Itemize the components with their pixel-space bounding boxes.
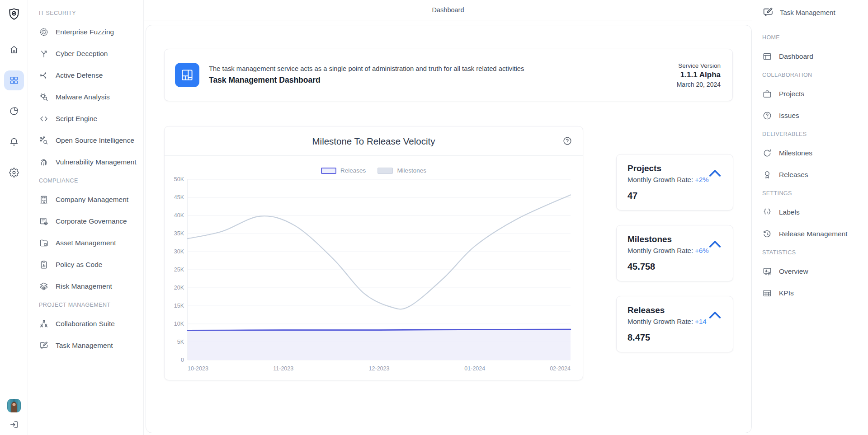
rail-item-analytics pie-icon[interactable] — [4, 101, 24, 121]
stat-growth-rate: Monthly Growth Rate: +2% — [627, 176, 722, 183]
chart-legend: ReleasesMilestones — [165, 167, 583, 174]
table-icon — [762, 288, 772, 298]
rail-item-home home-icon[interactable] — [4, 40, 24, 60]
svg-text:12-2023: 12-2023 — [369, 365, 390, 372]
legend-item-releases[interactable]: Releases — [321, 167, 366, 174]
briefcase-icon — [762, 89, 772, 99]
network-scan-icon — [39, 136, 49, 145]
sidebar-item-task-management[interactable]: Task Management — [39, 339, 143, 352]
right-sidebar-item-label: Labels — [779, 208, 800, 216]
sidebar-item-enterprise-fuzzing[interactable]: Enterprise Fuzzing — [39, 26, 143, 38]
sidebar-item-company-management[interactable]: Company Management — [39, 193, 143, 206]
svg-text:01-2024: 01-2024 — [464, 365, 485, 372]
right-sidebar-section-title: DELIVERABLES — [762, 131, 864, 137]
stat-growth-label: Monthly Growth Rate: — [627, 176, 693, 183]
building-icon — [39, 195, 49, 205]
sidebar-item-label: Corporate Governance — [56, 217, 127, 225]
svg-text:11-2023: 11-2023 — [273, 365, 293, 372]
sidebar-item-active-defense[interactable]: Active Defense — [39, 69, 143, 82]
sidebar-section-title: COMPLIANCE — [39, 178, 143, 184]
svg-text:25K: 25K — [174, 267, 184, 273]
sidebar-section: IT SECURITYEnterprise FuzzingCyber Decep… — [39, 10, 143, 168]
svg-text:45K: 45K — [174, 194, 184, 201]
right-sidebar-item-label: Issues — [779, 112, 799, 120]
svg-text:15K: 15K — [174, 303, 184, 309]
stat-growth-rate: Monthly Growth Rate: +6% — [627, 247, 722, 254]
right-sidebar-item-label: Projects — [779, 90, 804, 98]
branch-icon — [39, 49, 49, 59]
chevron-up-icon[interactable] — [708, 169, 722, 177]
stat-title: Releases — [627, 305, 722, 315]
svg-text:20K: 20K — [174, 285, 184, 291]
legend-swatch — [321, 168, 336, 174]
right-sidebar-item-projects[interactable]: Projects — [762, 88, 864, 100]
right-sidebar-item-overview[interactable]: Overview — [762, 265, 864, 278]
svg-text:10K: 10K — [174, 321, 184, 327]
svg-text:40K: 40K — [174, 212, 184, 219]
right-sidebar-item-label: Overview — [779, 267, 808, 276]
legend-label: Releases — [340, 167, 366, 174]
rail-item-settings gear-icon[interactable] — [4, 163, 24, 182]
sidebar-item-malware-analysis[interactable]: Malware Analysis — [39, 91, 143, 103]
right-sidebar-item-label: Releases — [779, 171, 808, 179]
right-sidebar-section: DELIVERABLESMilestonesReleases — [762, 131, 864, 181]
rail-item-notifications bell-icon[interactable] — [4, 132, 24, 152]
logout-icon[interactable] — [9, 420, 19, 430]
sidebar-item-corporate-governance[interactable]: Corporate Governance — [39, 215, 143, 228]
sidebar-item-label: Enterprise Fuzzing — [56, 28, 114, 36]
right-sidebar-header: Task Management — [762, 6, 864, 18]
sidebar-item-collaboration-suite[interactable]: Collaboration Suite — [39, 318, 143, 330]
people-icon — [39, 319, 49, 329]
sidebar-item-label: Vulnerability Management — [56, 158, 137, 166]
chevron-up-icon[interactable] — [708, 240, 722, 248]
right-sidebar-item-release-management[interactable]: Release Management — [762, 228, 864, 240]
svg-text:35K: 35K — [174, 230, 184, 237]
svg-text:50K: 50K — [174, 176, 184, 182]
sidebar-section-title: IT SECURITY — [39, 10, 143, 16]
divider — [165, 155, 583, 156]
sidebar-item-label: Risk Management — [56, 282, 112, 290]
braces-icon — [762, 207, 772, 217]
sidebar-item-open-source-intelligence[interactable]: Open Source Intelligence — [39, 134, 143, 147]
page-title: Task Management Dashboard — [209, 75, 524, 85]
help-circle-icon — [762, 111, 772, 121]
chevron-up-icon[interactable] — [708, 311, 722, 319]
right-sidebar-section-title: HOME — [762, 34, 864, 41]
sidebar-item-vulnerability-management[interactable]: Vulnerability Management — [39, 156, 143, 168]
sidebar-item-script-engine[interactable]: Script Engine — [39, 112, 143, 125]
sidebar-item-label: Collaboration Suite — [56, 320, 115, 328]
right-sidebar-item-releases[interactable]: Releases — [762, 168, 864, 181]
stat-card-milestones: MilestonesMonthly Growth Rate: +6%45.758 — [616, 225, 733, 281]
right-sidebar-item-kpis[interactable]: KPIs — [762, 287, 864, 299]
sidebar-item-risk-management[interactable]: Risk Management — [39, 280, 143, 293]
breadcrumb: Dashboard — [432, 6, 464, 14]
stat-title: Milestones — [627, 234, 722, 244]
sidebar-item-label: Malware Analysis — [56, 93, 110, 101]
right-sidebar-item-issues[interactable]: Issues — [762, 109, 864, 122]
legend-item-milestones[interactable]: Milestones — [377, 167, 426, 174]
message-edit-icon — [762, 6, 774, 18]
stat-title: Projects — [627, 164, 722, 173]
stat-growth-label: Monthly Growth Rate: — [627, 318, 693, 325]
right-sidebar-section: STATISTICSOverviewKPIs — [762, 249, 864, 299]
clipboard-arrow-icon — [39, 260, 49, 270]
rail-item-apps grid-icon[interactable] — [4, 70, 24, 90]
rail-nav — [4, 40, 24, 182]
sidebar-item-label: Active Defense — [56, 71, 103, 80]
right-sidebar-section-title: COLLABORATION — [762, 72, 864, 78]
sidebar-item-policy-as-code[interactable]: Policy as Code — [39, 258, 143, 271]
question-circle-icon[interactable] — [562, 136, 572, 146]
history-icon — [762, 229, 772, 239]
avatar[interactable] — [7, 399, 21, 412]
sidebar-item-cyber-deception[interactable]: Cyber Deception — [39, 47, 143, 60]
stat-growth-value: +14 — [695, 318, 706, 325]
legend-swatch — [377, 168, 393, 174]
sidebar-item-asset-management[interactable]: Asset Management — [39, 237, 143, 249]
sidebar-item-label: Asset Management — [56, 239, 116, 247]
right-sidebar-section-title: SETTINGS — [762, 190, 864, 196]
right-sidebar-item-dashboard[interactable]: Dashboard — [762, 50, 864, 63]
right-sidebar-item-labels[interactable]: Labels — [762, 206, 864, 219]
code-icon — [39, 114, 49, 124]
right-sidebar-item-milestones[interactable]: Milestones — [762, 147, 864, 159]
window-icon — [762, 51, 772, 61]
